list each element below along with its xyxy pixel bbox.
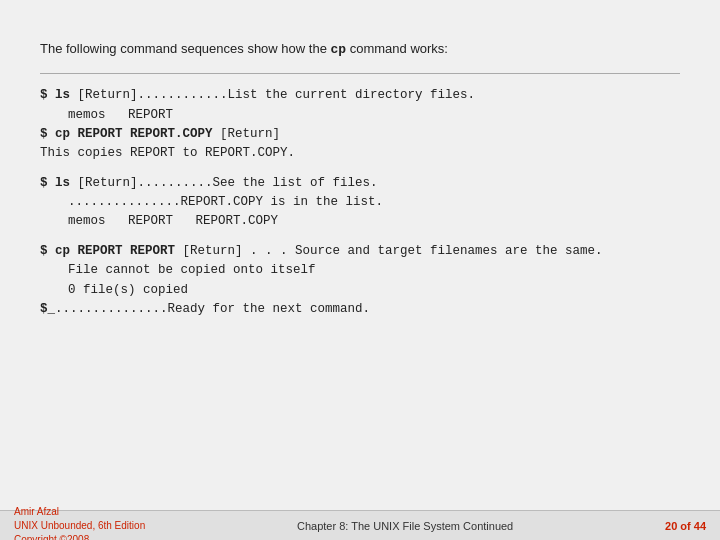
block-1: $ ls [Return]............List the curren… (40, 86, 680, 164)
intro-bold: cp (331, 42, 347, 57)
cmd-cp-same: $ cp REPORT REPORT [Return] . . . Source… (40, 242, 680, 261)
error-line-2: 0 file(s) copied (40, 281, 680, 300)
footer-chapter: Chapter 8: The UNIX File System Continue… (297, 520, 513, 532)
intro-text-after: command works: (346, 41, 448, 56)
author-name: Amir Afzal (14, 505, 145, 519)
footer: Amir Afzal UNIX Unbounded, 6th Edition C… (0, 510, 720, 540)
cmd-ls-1: $ ls [Return]............List the curren… (40, 86, 680, 105)
error-line-1: File cannot be copied onto itself (40, 261, 680, 280)
copyright: Copyright ©2008 (14, 533, 145, 541)
slide: The following command sequences show how… (0, 0, 720, 540)
copy-desc: This copies REPORT to REPORT.COPY. (40, 144, 680, 163)
output-ls-1: memos REPORT (40, 106, 680, 125)
cmd-cp-1: $ cp REPORT REPORT.COPY [Return] (40, 125, 680, 144)
report-copy-note: ...............REPORT.COPY is in the lis… (40, 193, 680, 212)
output-ls-2: memos REPORT REPORT.COPY (40, 212, 680, 231)
footer-left: Amir Afzal UNIX Unbounded, 6th Edition C… (14, 505, 145, 541)
cmd-ls-2: $ ls [Return]..........See the list of f… (40, 174, 680, 193)
book-title: UNIX Unbounded, 6th Edition (14, 519, 145, 533)
block-2: $ ls [Return]..........See the list of f… (40, 174, 680, 232)
divider-line (40, 73, 680, 74)
intro-paragraph: The following command sequences show how… (40, 40, 680, 59)
prompt-ready: $_...............Ready for the next comm… (40, 300, 680, 319)
block-3: $ cp REPORT REPORT [Return] . . . Source… (40, 242, 680, 320)
footer-page: 20 of 44 (665, 520, 706, 532)
intro-text-before: The following command sequences show how… (40, 41, 331, 56)
content-area: The following command sequences show how… (40, 30, 680, 339)
